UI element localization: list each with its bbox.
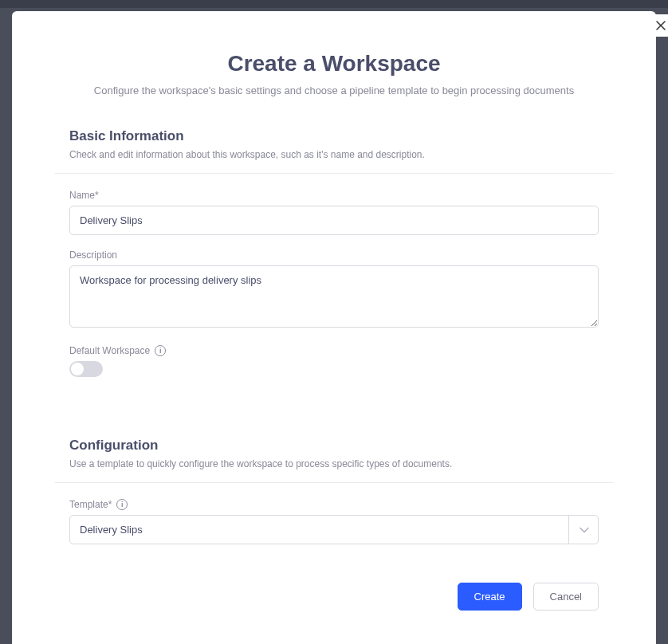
default-workspace-label: Default Workspace i bbox=[69, 345, 599, 356]
description-input[interactable]: Workspace for processing delivery slips bbox=[69, 265, 599, 328]
cancel-button[interactable]: Cancel bbox=[533, 583, 599, 611]
name-field-group: Name* bbox=[69, 190, 599, 235]
divider bbox=[55, 482, 613, 483]
description-label: Description bbox=[69, 249, 599, 261]
default-workspace-toggle[interactable] bbox=[69, 361, 103, 377]
section-subtitle-config: Use a template to quickly configure the … bbox=[69, 458, 599, 469]
modal-footer: Create Cancel bbox=[458, 583, 599, 611]
toggle-handle bbox=[71, 363, 84, 375]
section-title-basic: Basic Information bbox=[69, 128, 599, 144]
create-button[interactable]: Create bbox=[458, 583, 522, 611]
info-icon[interactable]: i bbox=[116, 499, 128, 510]
configuration-section: Configuration Use a template to quickly … bbox=[69, 438, 599, 544]
section-subtitle-basic: Check and edit information about this wo… bbox=[69, 149, 599, 160]
name-input[interactable] bbox=[69, 206, 599, 235]
modal-title: Create a Workspace bbox=[69, 51, 599, 77]
close-icon bbox=[656, 21, 666, 30]
description-field-group: Description Workspace for processing del… bbox=[69, 249, 599, 331]
default-workspace-field-group: Default Workspace i bbox=[69, 345, 599, 377]
basic-information-section: Basic Information Check and edit informa… bbox=[69, 128, 599, 377]
info-icon[interactable]: i bbox=[155, 345, 166, 356]
template-select-wrapper: Delivery Slips bbox=[69, 515, 599, 544]
create-workspace-modal: Create a Workspace Configure the workspa… bbox=[12, 11, 656, 644]
modal-subtitle: Configure the workspace's basic settings… bbox=[69, 84, 599, 96]
template-field-group: Template* i Delivery Slips bbox=[69, 499, 599, 544]
template-label: Template* i bbox=[69, 499, 599, 510]
template-select[interactable]: Delivery Slips bbox=[69, 515, 599, 544]
section-title-config: Configuration bbox=[69, 438, 599, 454]
divider bbox=[55, 173, 613, 174]
modal-header: Create a Workspace Configure the workspa… bbox=[69, 51, 599, 96]
name-label: Name* bbox=[69, 190, 599, 201]
